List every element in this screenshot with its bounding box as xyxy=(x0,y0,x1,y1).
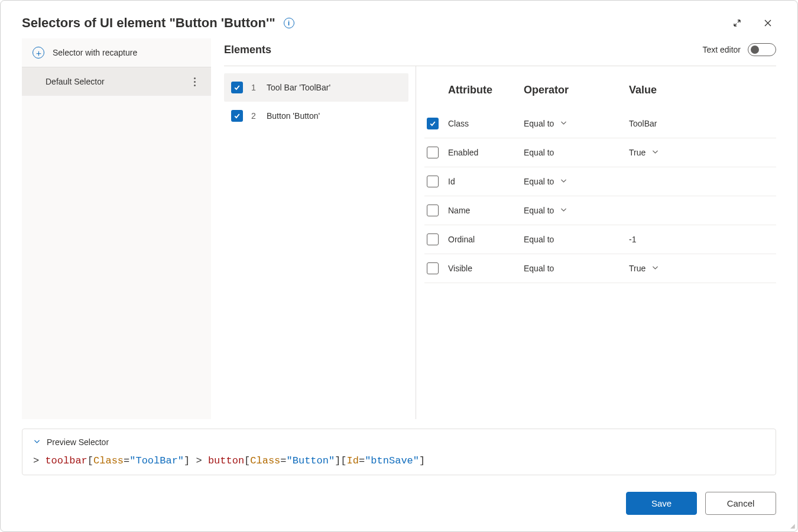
selector-token: [ xyxy=(340,455,346,466)
value-field[interactable]: True xyxy=(629,264,774,273)
close-icon[interactable] xyxy=(760,15,776,31)
attribute-row: ClassEqual toToolBar xyxy=(424,109,776,138)
selector-token: [ xyxy=(87,455,93,466)
value-field[interactable]: -1 xyxy=(629,235,774,244)
attribute-row: OrdinalEqual to-1 xyxy=(424,225,776,254)
cancel-button[interactable]: Cancel xyxy=(705,492,776,515)
col-operator: Operator xyxy=(524,84,624,96)
operator-dropdown[interactable]: Equal to xyxy=(524,119,624,128)
checkbox-icon[interactable] xyxy=(427,233,439,245)
selector-list: Default Selector xyxy=(22,67,211,419)
plus-icon: ＋ xyxy=(33,47,44,59)
operator-dropdown[interactable]: Equal to xyxy=(524,235,624,244)
checkbox-icon[interactable] xyxy=(427,262,439,274)
selector-token: = xyxy=(124,455,129,466)
elements-heading: Elements xyxy=(224,44,271,56)
selector-token: = xyxy=(359,455,365,466)
expand-icon[interactable] xyxy=(729,15,745,31)
selector-builder-dialog: Selectors of UI element "Button 'Button'… xyxy=(0,0,798,532)
attribute-name: Class xyxy=(448,119,519,128)
selector-token: Id xyxy=(347,455,359,466)
selector-token: Class xyxy=(93,455,124,466)
selector-token: > xyxy=(190,455,208,466)
selector-token: "btnSave" xyxy=(365,455,419,466)
selector-token: ] xyxy=(419,455,425,466)
attribute-name: Ordinal xyxy=(448,235,519,244)
attribute-name: Enabled xyxy=(448,148,519,157)
selector-token: ] xyxy=(184,455,190,466)
chevron-down-icon xyxy=(560,119,567,128)
info-icon[interactable]: i xyxy=(284,18,294,28)
checkbox-icon[interactable] xyxy=(427,205,439,216)
text-editor-label: Text editor xyxy=(702,45,741,54)
text-editor-toggle-group: Text editor xyxy=(702,43,776,56)
element-index: 2 xyxy=(251,111,258,121)
attribute-name: Name xyxy=(448,206,519,215)
selector-token: Class xyxy=(250,455,280,466)
selector-token: = xyxy=(280,455,286,466)
text-editor-toggle[interactable] xyxy=(748,43,776,56)
elements-list: 1Tool Bar 'ToolBar'2Button 'Button' xyxy=(224,66,408,419)
checkbox-icon[interactable] xyxy=(427,118,439,129)
resize-grip[interactable]: ◢ xyxy=(790,523,795,529)
attribute-name: Visible xyxy=(448,264,519,273)
element-label: Tool Bar 'ToolBar' xyxy=(267,83,330,92)
operator-dropdown[interactable]: Equal to xyxy=(524,264,624,273)
preview-selector-text: > toolbar[Class="ToolBar"] > button[Clas… xyxy=(33,455,765,466)
operator-dropdown[interactable]: Equal to xyxy=(524,177,624,186)
selector-token: toolbar xyxy=(45,455,87,466)
element-label: Button 'Button' xyxy=(267,111,320,121)
preview-selector-panel: Preview Selector > toolbar[Class="ToolBa… xyxy=(22,429,776,475)
operator-dropdown[interactable]: Equal to xyxy=(524,148,624,157)
chevron-down-icon xyxy=(33,437,41,447)
preview-toggle[interactable]: Preview Selector xyxy=(33,437,765,455)
checkbox-icon[interactable] xyxy=(231,110,243,122)
col-attribute: Attribute xyxy=(448,84,519,96)
selector-item-label: Default Selector xyxy=(46,77,105,86)
chevron-down-icon xyxy=(651,264,659,273)
attribute-row: NameEqual to xyxy=(424,196,776,225)
checkbox-icon[interactable] xyxy=(231,82,243,93)
chevron-down-icon xyxy=(560,206,567,215)
selector-sidebar: ＋ Selector with recapture Default Select… xyxy=(22,38,211,419)
recapture-button[interactable]: ＋ Selector with recapture xyxy=(22,38,211,67)
attribute-row: IdEqual to xyxy=(424,167,776,196)
dialog-title: Selectors of UI element "Button 'Button'… xyxy=(22,15,275,31)
save-button[interactable]: Save xyxy=(626,492,697,515)
value-field[interactable]: True xyxy=(629,148,774,157)
attribute-row: EnabledEqual toTrue xyxy=(424,138,776,167)
dialog-footer: Save Cancel xyxy=(1,475,797,531)
selector-token: "Button" xyxy=(287,455,335,466)
selector-token: ] xyxy=(335,455,340,466)
attributes-panel: Attribute Operator Value ClassEqual toTo… xyxy=(416,66,776,419)
selector-token: "ToolBar" xyxy=(129,455,184,466)
chevron-down-icon xyxy=(560,177,567,186)
recapture-label: Selector with recapture xyxy=(53,48,137,57)
preview-label: Preview Selector xyxy=(47,437,109,447)
titlebar: Selectors of UI element "Button 'Button'… xyxy=(1,1,797,38)
checkbox-icon[interactable] xyxy=(427,176,439,187)
operator-dropdown[interactable]: Equal to xyxy=(524,206,624,215)
attribute-row: VisibleEqual toTrue xyxy=(424,254,776,283)
col-value: Value xyxy=(629,84,774,96)
selector-token: button xyxy=(208,455,244,466)
value-field[interactable]: ToolBar xyxy=(629,119,774,128)
more-icon[interactable] xyxy=(189,77,200,86)
chevron-down-icon xyxy=(651,148,659,157)
element-index: 1 xyxy=(251,83,258,92)
selector-item-default[interactable]: Default Selector xyxy=(22,67,211,96)
selector-token: [ xyxy=(244,455,250,466)
selector-token: > xyxy=(33,455,45,466)
element-row[interactable]: 1Tool Bar 'ToolBar' xyxy=(224,73,408,102)
attribute-name: Id xyxy=(448,177,519,186)
checkbox-icon[interactable] xyxy=(427,147,439,158)
element-row[interactable]: 2Button 'Button' xyxy=(224,102,408,130)
